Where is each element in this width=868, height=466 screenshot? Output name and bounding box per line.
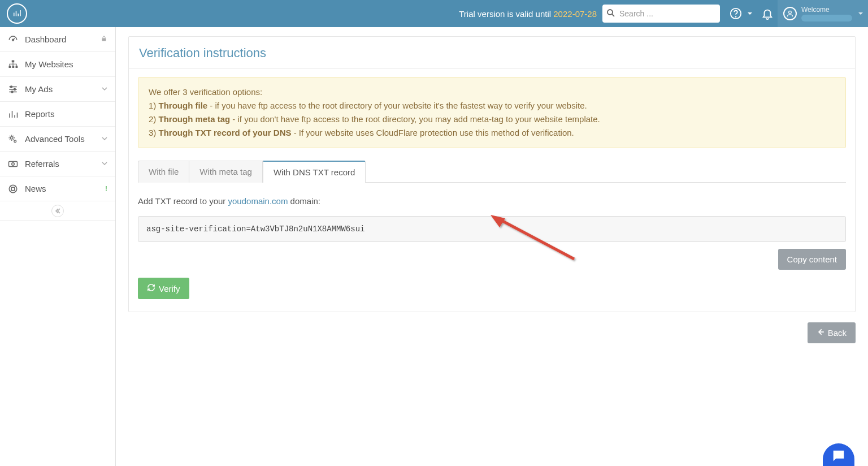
- copy-content-button[interactable]: Copy content: [778, 249, 846, 270]
- user-menu[interactable]: Welcome: [778, 0, 868, 27]
- alert-option-2: 2) Through meta tag - if you don't have …: [149, 113, 835, 126]
- svg-rect-14: [12, 66, 15, 68]
- arrow-left-icon: [817, 328, 824, 338]
- sidebar-item-referrals[interactable]: Referrals: [0, 152, 115, 176]
- svg-rect-12: [12, 60, 15, 62]
- help-icon: [726, 0, 746, 27]
- sidebar-item-label: My Websites: [25, 59, 73, 69]
- panel-header: Verification instructions: [129, 37, 855, 69]
- chevron-down-icon: [102, 135, 107, 143]
- top-bar: Trial version is valid until 2022-07-28 …: [0, 0, 868, 27]
- search-input[interactable]: [602, 5, 720, 23]
- sitemap-icon: [8, 59, 18, 70]
- gears-icon: [8, 134, 18, 144]
- sidebar-item-mywebsites[interactable]: My Websites: [0, 52, 115, 77]
- svg-point-29: [12, 162, 15, 165]
- lock-icon: [101, 35, 107, 44]
- refresh-icon: [147, 283, 155, 294]
- instruction-text: Add TXT record to your youdomain.com dom…: [138, 196, 846, 206]
- sidebar-item-dashboard[interactable]: Dashboard: [0, 27, 115, 52]
- sidebar-item-label: Dashboard: [25, 34, 66, 44]
- svg-line-33: [14, 190, 16, 192]
- sidebar-item-myads[interactable]: My Ads: [0, 77, 115, 102]
- tab-set: With file With meta tag With DNS TXT rec…: [138, 161, 846, 183]
- welcome-label: Welcome: [801, 6, 852, 14]
- tab-with-dns-txt[interactable]: With DNS TXT record: [263, 161, 366, 183]
- svg-point-7: [736, 16, 736, 17]
- svg-point-4: [607, 10, 613, 15]
- page-title: Verification instructions: [139, 46, 845, 61]
- svg-rect-28: [9, 161, 18, 166]
- search-box: [602, 5, 720, 23]
- svg-line-35: [14, 185, 16, 187]
- sidebar-item-label: My Ads: [25, 84, 53, 94]
- back-button[interactable]: Back: [808, 322, 856, 343]
- user-text: Welcome: [801, 6, 852, 21]
- svg-line-34: [10, 190, 12, 192]
- gauge-icon: [8, 34, 18, 45]
- sidebar-item-label: Reports: [25, 109, 55, 119]
- svg-rect-15: [16, 66, 18, 68]
- alert-option-1: 1) Through file - if you have ftp access…: [149, 99, 835, 113]
- svg-point-8: [789, 11, 792, 14]
- life-ring-icon: [8, 184, 18, 194]
- sidebar-item-label: News: [25, 184, 46, 193]
- txt-record-value: asg-site-verification=Atw3VbTJ8n2uN1X8AM…: [146, 225, 364, 234]
- sidebar-item-news[interactable]: News !: [0, 176, 115, 201]
- sidebar-item-reports[interactable]: Reports: [0, 102, 115, 127]
- svg-point-20: [14, 88, 16, 90]
- panel-verification: Verification instructions We offer 3 ver…: [128, 36, 856, 312]
- logo-wrap: [0, 0, 34, 27]
- help-dropdown[interactable]: [726, 0, 753, 27]
- svg-point-21: [11, 91, 13, 93]
- chevron-down-icon: [102, 160, 107, 168]
- sidebar: Dashboard My Websites My Ads Reports: [0, 27, 116, 466]
- svg-line-32: [10, 185, 12, 187]
- bar-chart-icon: [8, 109, 18, 119]
- notifications-icon[interactable]: [757, 0, 778, 27]
- info-alert: We offer 3 verification options: 1) Thro…: [138, 77, 846, 148]
- svg-point-19: [11, 86, 12, 88]
- verify-button[interactable]: Verify: [138, 278, 189, 299]
- svg-rect-11: [102, 38, 106, 41]
- svg-point-26: [11, 136, 14, 139]
- svg-point-31: [11, 187, 15, 191]
- svg-point-27: [14, 140, 16, 142]
- back-button-label: Back: [828, 328, 847, 338]
- sliders-icon: [8, 84, 18, 94]
- verify-button-label: Verify: [159, 284, 180, 294]
- svg-line-5: [612, 14, 614, 16]
- search-icon: [606, 8, 616, 20]
- sidebar-collapse-row: [0, 201, 115, 221]
- exclamation-icon: !: [105, 185, 107, 193]
- trial-date: 2022-07-28: [553, 9, 597, 19]
- tab-with-meta-tag[interactable]: With meta tag: [189, 161, 263, 183]
- caret-down-icon: [747, 9, 753, 18]
- trial-prefix: Trial version is valid until: [459, 9, 553, 19]
- user-name-redacted: [801, 15, 852, 21]
- svg-rect-13: [9, 66, 11, 68]
- alert-option-3: 3) Through TXT record of your DNS - If y…: [149, 126, 835, 140]
- chevron-down-icon: [102, 85, 107, 93]
- sidebar-item-label: Advanced Tools: [25, 134, 85, 144]
- avatar-icon: [783, 7, 797, 20]
- money-icon: [8, 159, 18, 169]
- txt-record-box[interactable]: asg-site-verification=Atw3VbTJ8n2uN1X8AM…: [138, 216, 846, 242]
- sidebar-item-advanced-tools[interactable]: Advanced Tools: [0, 127, 115, 152]
- logo-icon[interactable]: [7, 3, 27, 24]
- svg-line-10: [13, 38, 15, 40]
- tab-with-file[interactable]: With file: [138, 161, 189, 183]
- main-content: Verification instructions We offer 3 ver…: [116, 27, 868, 466]
- sidebar-item-label: Referrals: [25, 159, 59, 169]
- caret-down-icon: [858, 9, 863, 18]
- collapse-sidebar-button[interactable]: [51, 205, 64, 217]
- domain-link[interactable]: youdomain.com: [228, 196, 288, 206]
- trial-text: Trial version is valid until 2022-07-28: [459, 9, 597, 19]
- alert-intro: We offer 3 verification options:: [149, 85, 835, 99]
